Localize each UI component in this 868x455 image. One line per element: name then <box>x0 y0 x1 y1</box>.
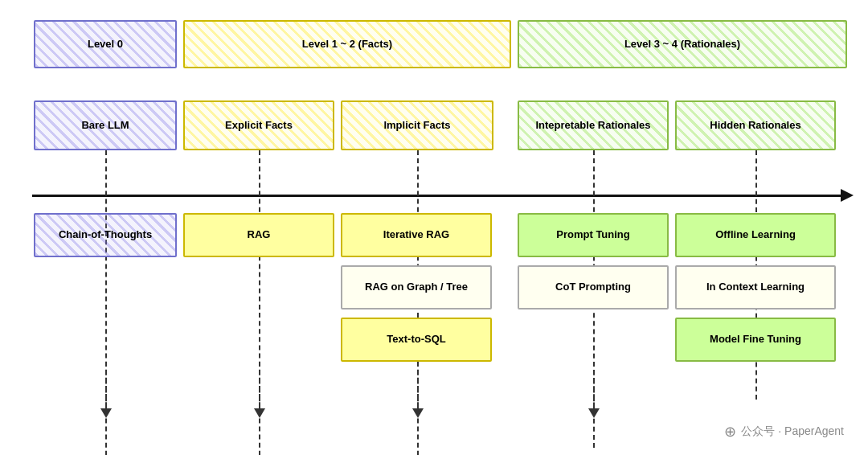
in-context-learning-box: In Context Learning <box>675 265 836 309</box>
implicit-facts-box: Implicit Facts <box>341 100 493 150</box>
arrow-shaft-3 <box>417 362 419 410</box>
arrow-shaft-2 <box>259 362 260 410</box>
interpretable-rationales-box: Intepretable Rationales <box>518 100 669 150</box>
level0-label: Level 0 <box>88 38 123 51</box>
rag-label: RAG <box>248 228 271 242</box>
watermark-text: 公众号 · PaperAgent <box>741 424 844 439</box>
explicit-facts-box: Explicit Facts <box>183 100 334 150</box>
text-to-sql-label: Text-to-SQL <box>387 333 445 346</box>
arrow-shaft-4 <box>593 362 595 410</box>
diagram: Level 0 Level 1 ~ 2 (Facts) Level 3 ~ 4 … <box>0 0 868 455</box>
cot-prompting-label: CoT Prompting <box>555 281 631 294</box>
level12-label: Level 1 ~ 2 (Facts) <box>302 38 392 51</box>
rag-on-graph-tree-box: RAG on Graph / Tree <box>341 265 492 309</box>
rag-box: RAG <box>183 213 334 257</box>
model-fine-tuning-label: Model Fine Tuning <box>710 333 801 346</box>
arrow-head-3 <box>412 408 424 418</box>
in-context-learning-label: In Context Learning <box>706 281 805 294</box>
model-fine-tuning-box: Model Fine Tuning <box>675 318 836 362</box>
arrow-head-2 <box>254 408 265 418</box>
arrow-shaft-1 <box>105 362 107 410</box>
iterative-rag-label: Iterative RAG <box>383 228 449 242</box>
hidden-rationales-label: Hidden Rationales <box>710 119 800 133</box>
watermark: ⊕ 公众号 · PaperAgent <box>724 423 844 441</box>
bare-llm-box: Bare LLM <box>34 100 177 150</box>
cot-prompting-box: CoT Prompting <box>518 265 669 309</box>
bare-llm-label: Bare LLM <box>81 119 129 133</box>
level34-box: Level 3 ~ 4 (Rationales) <box>518 20 847 68</box>
offline-learning-label: Offline Learning <box>715 228 796 242</box>
arrow-head-4 <box>588 408 600 418</box>
rag-on-graph-tree-label: RAG on Graph / Tree <box>365 281 468 294</box>
chain-of-thoughts-box: Chain-of-Thoughts <box>34 213 177 257</box>
level34-label: Level 3 ~ 4 (Rationales) <box>624 38 740 51</box>
level12-box: Level 1 ~ 2 (Facts) <box>183 20 511 68</box>
prompt-tuning-label: Prompt Tuning <box>556 228 629 242</box>
interpretable-rationales-label: Intepretable Rationales <box>535 119 650 133</box>
prompt-tuning-box: Prompt Tuning <box>518 213 669 257</box>
offline-learning-box: Offline Learning <box>675 213 836 257</box>
level0-box: Level 0 <box>34 20 177 68</box>
arrow-head-1 <box>100 408 112 418</box>
iterative-rag-box: Iterative RAG <box>341 213 492 257</box>
hidden-rationales-box: Hidden Rationales <box>675 100 836 150</box>
implicit-facts-label: Implicit Facts <box>383 119 450 133</box>
wechat-icon: ⊕ <box>724 423 736 441</box>
chain-of-thoughts-label: Chain-of-Thoughts <box>59 228 152 242</box>
explicit-facts-label: Explicit Facts <box>225 119 293 133</box>
timeline <box>32 195 844 197</box>
text-to-sql-box: Text-to-SQL <box>341 318 492 362</box>
